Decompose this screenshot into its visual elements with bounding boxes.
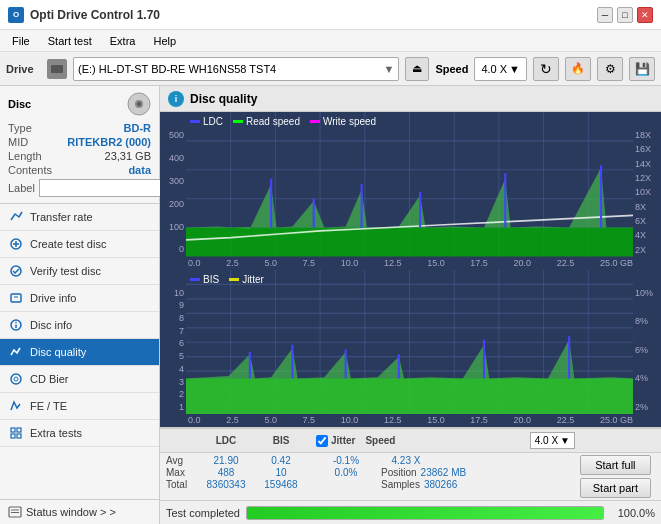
menu-start-test[interactable]: Start test	[40, 33, 100, 49]
sidebar-item-create-test-disc[interactable]: Create test disc	[0, 231, 159, 258]
create-test-disc-icon	[8, 236, 24, 252]
chart2-legend: BIS Jitter	[190, 274, 264, 285]
svg-rect-7	[11, 294, 21, 302]
max-row: Max 488 10 0.0% Position 23862 MB	[166, 467, 576, 478]
svg-rect-15	[17, 428, 21, 432]
cd-bier-icon	[8, 371, 24, 387]
write-speed-legend-color	[310, 120, 320, 123]
disc-contents-row: Contents data	[8, 164, 151, 176]
legend-write-speed: Write speed	[310, 116, 376, 127]
total-bis: 159468	[256, 479, 306, 490]
avg-jitter: -0.1%	[316, 455, 376, 466]
disc-quality-title: Disc quality	[190, 92, 257, 106]
refresh-button[interactable]: ↻	[533, 57, 559, 81]
chart2-inner: 10 9 8 7 6 5 4 3 2 1	[160, 270, 661, 415]
jitter-header-label: Jitter	[331, 435, 355, 446]
sidebar-item-disc-quality[interactable]: Disc quality	[0, 339, 159, 366]
max-bis: 10	[256, 467, 306, 478]
max-label: Max	[166, 467, 196, 478]
status-window-icon	[8, 505, 22, 519]
action-buttons: Start full Start part	[576, 455, 655, 498]
bottom-panel: LDC BIS Jitter Speed 4.0 X ▼	[160, 427, 661, 524]
contents-value: data	[128, 164, 151, 176]
svg-point-2	[137, 102, 141, 106]
drive-info-label: Drive info	[30, 292, 76, 304]
mid-label: MID	[8, 136, 28, 148]
samples-label: Samples	[381, 479, 420, 490]
menu-help[interactable]: Help	[145, 33, 184, 49]
minimize-button[interactable]: ─	[597, 7, 613, 23]
sidebar-item-disc-info[interactable]: Disc info	[0, 312, 159, 339]
bis-header: BIS	[256, 435, 306, 446]
extra-tests-icon	[8, 425, 24, 441]
sidebar-item-extra-tests[interactable]: Extra tests	[0, 420, 159, 447]
avg-bis: 0.42	[256, 455, 306, 466]
disc-label-row: Label ✎	[8, 179, 151, 197]
avg-row: Avg 21.90 0.42 -0.1% 4.23 X	[166, 455, 576, 466]
app-title: Opti Drive Control 1.70	[30, 8, 160, 22]
drive-select[interactable]: (E:) HL-DT-ST BD-RE WH16NS58 TST4 ▼	[73, 57, 399, 81]
create-test-disc-label: Create test disc	[30, 238, 106, 250]
sidebar-item-transfer-rate[interactable]: Transfer rate	[0, 204, 159, 231]
read-speed-legend-label: Read speed	[246, 116, 300, 127]
chart2-main	[186, 270, 633, 415]
speed-dropdown-arrow: ▼	[560, 435, 570, 446]
chart1-legend: LDC Read speed Write speed	[190, 116, 376, 127]
ldc-legend-label: LDC	[203, 116, 223, 127]
titlebar-left: O Opti Drive Control 1.70	[8, 7, 160, 23]
sidebar: Disc Type BD-R MID RITEKBR2 (000) Length…	[0, 86, 160, 524]
jitter-checkbox[interactable]	[316, 435, 328, 447]
jitter-legend-color	[229, 278, 239, 281]
sidebar-item-cd-bier[interactable]: CD Bier	[0, 366, 159, 393]
settings-button[interactable]: ⚙	[597, 57, 623, 81]
speed-dropdown[interactable]: 4.0 X ▼	[530, 432, 575, 449]
drive-icon	[47, 59, 67, 79]
drive-select-value: (E:) HL-DT-ST BD-RE WH16NS58 TST4	[78, 63, 276, 75]
type-value: BD-R	[124, 122, 152, 134]
progress-area: Test completed 100.0%	[160, 500, 661, 524]
svg-point-12	[11, 374, 21, 384]
disc-quality-label: Disc quality	[30, 346, 86, 358]
max-ldc: 488	[196, 467, 256, 478]
start-full-button[interactable]: Start full	[580, 455, 651, 475]
total-label: Total	[166, 479, 196, 490]
menu-extra[interactable]: Extra	[102, 33, 144, 49]
speed-select[interactable]: 4.0 X ▼	[474, 57, 527, 81]
legend-bis: BIS	[190, 274, 219, 285]
svg-marker-35	[186, 228, 633, 257]
svg-rect-16	[11, 434, 15, 438]
legend-ldc: LDC	[190, 116, 223, 127]
save-button[interactable]: 💾	[629, 57, 655, 81]
disc-type-row: Type BD-R	[8, 122, 151, 134]
max-jitter: 0.0%	[316, 467, 376, 478]
sidebar-item-drive-info[interactable]: Drive info	[0, 285, 159, 312]
bis-legend-color	[190, 278, 200, 281]
speed-value: 4.0 X	[481, 63, 507, 75]
svg-rect-17	[17, 434, 21, 438]
svg-point-13	[14, 377, 18, 381]
start-part-button[interactable]: Start part	[580, 478, 651, 498]
chart2-x-axis: 0.0 2.5 5.0 7.5 10.0 12.5 15.0 17.5 20.0…	[160, 414, 661, 427]
fe-te-icon	[8, 398, 24, 414]
burn-button[interactable]: 🔥	[565, 57, 591, 81]
speed-dropdown-value: 4.0 X	[535, 435, 558, 446]
svg-point-10	[15, 322, 17, 324]
maximize-button[interactable]: □	[617, 7, 633, 23]
label-label: Label	[8, 182, 35, 194]
sidebar-item-fe-te[interactable]: FE / TE	[0, 393, 159, 420]
drive-toolbar: Drive (E:) HL-DT-ST BD-RE WH16NS58 TST4 …	[0, 52, 661, 86]
eject-button[interactable]: ⏏	[405, 57, 429, 81]
svg-rect-14	[11, 428, 15, 432]
jitter-legend-label: Jitter	[242, 274, 264, 285]
disc-title: Disc	[8, 98, 31, 110]
drive-label: Drive	[6, 63, 41, 75]
close-button[interactable]: ✕	[637, 7, 653, 23]
type-label: Type	[8, 122, 32, 134]
avg-ldc: 21.90	[196, 455, 256, 466]
position-value: 23862 MB	[421, 467, 467, 478]
status-window-button[interactable]: Status window > >	[0, 499, 159, 524]
chart1-y-left: 500 400 300 200 100 0	[160, 112, 186, 257]
chart2-svg	[186, 270, 633, 415]
menu-file[interactable]: File	[4, 33, 38, 49]
sidebar-item-verify-test-disc[interactable]: Verify test disc	[0, 258, 159, 285]
